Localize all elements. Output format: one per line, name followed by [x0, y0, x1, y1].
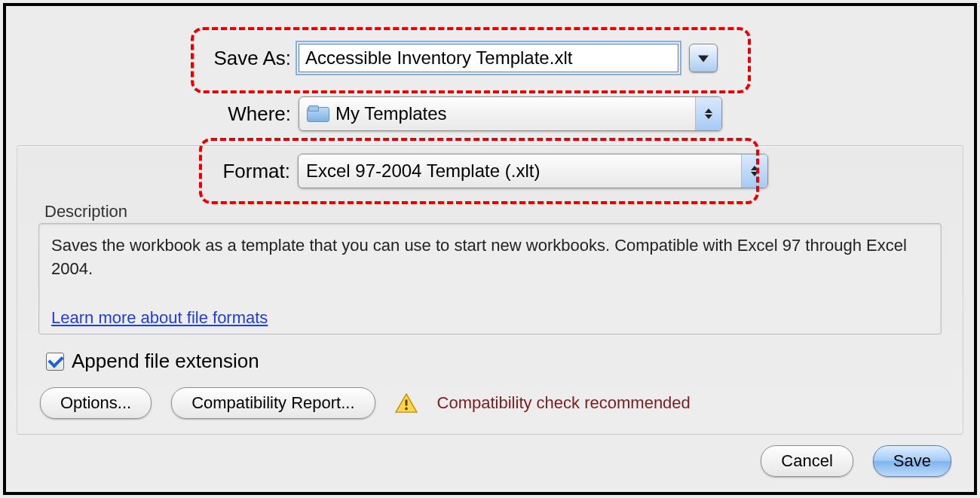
svg-point-2	[405, 408, 408, 411]
format-popup[interactable]: Excel 97-2004 Template (.xlt)	[298, 154, 768, 188]
chevron-updown-icon	[741, 154, 767, 188]
expand-save-panel-button[interactable]	[689, 44, 718, 72]
where-value: My Templates	[335, 103, 447, 124]
options-button[interactable]: Options...	[40, 387, 152, 419]
format-value: Excel 97-2004 Template (.xlt)	[306, 160, 540, 182]
where-popup[interactable]: My Templates	[299, 96, 722, 131]
compatibility-warning-text: Compatibility check recommended	[437, 393, 691, 413]
description-box: Saves the workbook as a template that yo…	[38, 223, 942, 335]
learn-more-link[interactable]: Learn more about file formats	[51, 307, 929, 330]
description-heading: Description	[44, 202, 127, 222]
save-as-label: Save As:	[208, 47, 291, 70]
save-button[interactable]: Save	[873, 445, 951, 477]
append-extension-row: Append file extension	[46, 350, 259, 373]
dialog-footer-buttons: Cancel Save	[761, 445, 951, 477]
save-as-row: Save As:	[208, 44, 718, 72]
save-as-input[interactable]	[299, 44, 678, 72]
compatibility-report-button[interactable]: Compatibility Report...	[171, 387, 375, 419]
where-row: Where: My Templates	[217, 96, 722, 131]
cancel-button[interactable]: Cancel	[761, 445, 853, 477]
description-text: Saves the workbook as a template that yo…	[51, 236, 907, 278]
chevron-updown-icon	[695, 97, 721, 130]
folder-icon	[307, 105, 328, 122]
append-extension-checkbox[interactable]	[46, 353, 64, 371]
format-label: Format:	[216, 160, 290, 183]
warning-icon	[395, 393, 418, 413]
options-panel: Format: Excel 97-2004 Template (.xlt) De…	[17, 145, 963, 435]
format-row: Format: Excel 97-2004 Template (.xlt)	[216, 154, 768, 188]
svg-rect-1	[405, 399, 407, 405]
where-label: Where:	[217, 102, 291, 126]
options-button-row: Options... Compatibility Report... Compa…	[40, 387, 691, 419]
append-extension-label: Append file extension	[72, 350, 259, 373]
